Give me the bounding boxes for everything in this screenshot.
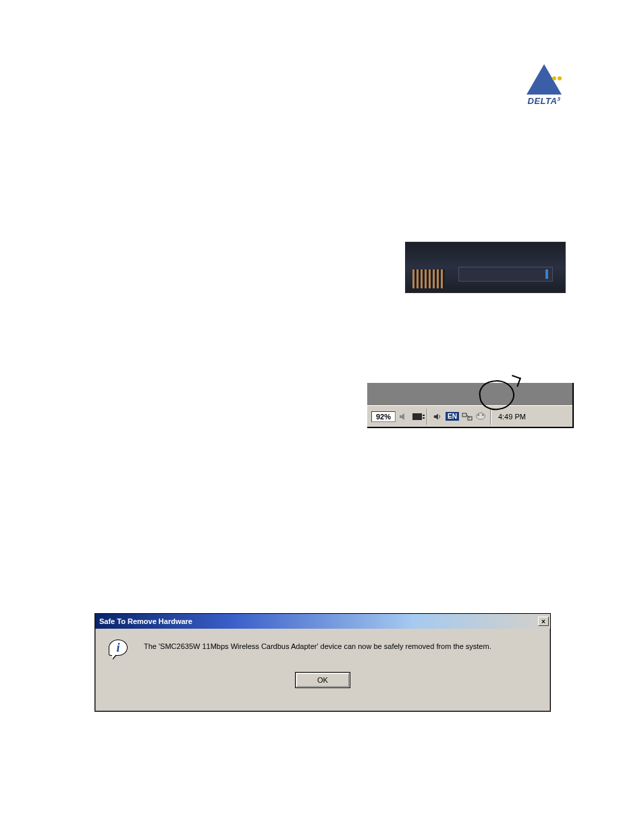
svg-rect-3 (468, 417, 472, 420)
svg-rect-2 (462, 413, 466, 417)
dialog-body: i The 'SMC2635W 11Mbps Wireless Cardbus … (95, 629, 550, 672)
safe-to-remove-dialog: Safe To Remove Hardware × i The 'SMC2635… (95, 613, 551, 712)
svg-point-7 (482, 414, 484, 416)
dialog-buttons: OK (95, 672, 550, 698)
clock[interactable]: 4:49 PM (498, 413, 526, 421)
taskbar-screenshot: 92% EN 4:49 PM (367, 383, 574, 428)
tray-separator (490, 409, 491, 425)
svg-point-5 (477, 413, 485, 419)
dialog-message: The 'SMC2635W 11Mbps Wireless Cardbus Ad… (144, 640, 491, 650)
close-button[interactable]: × (538, 617, 549, 626)
info-icon: i (109, 640, 130, 661)
network-icon[interactable] (462, 411, 473, 422)
logo-dots-icon (551, 71, 562, 83)
power-plug-icon[interactable] (412, 411, 423, 422)
card-led-icon (545, 269, 548, 279)
svg-point-6 (477, 414, 479, 416)
language-indicator[interactable]: EN (446, 412, 459, 421)
logo-text: DELTA3 (517, 96, 571, 106)
battery-indicator[interactable]: 92% (371, 411, 396, 422)
speaker-mute-icon[interactable] (398, 411, 409, 422)
laptop-card-slot (458, 267, 553, 282)
svg-marker-1 (434, 413, 438, 419)
volume-icon[interactable] (432, 411, 443, 422)
laptop-cardbus-photo (405, 242, 566, 293)
laptop-vents-icon (412, 269, 445, 288)
system-tray: 92% EN 4:49 PM (367, 405, 572, 427)
delta-logo: DELTA3 (517, 64, 571, 111)
dialog-titlebar[interactable]: Safe To Remove Hardware × (95, 614, 550, 629)
dialog-title: Safe To Remove Hardware (99, 617, 192, 625)
svg-marker-0 (400, 413, 404, 420)
annotation-tail (509, 375, 521, 387)
tray-separator (427, 409, 428, 425)
messenger-icon[interactable] (475, 411, 486, 422)
ok-button[interactable]: OK (295, 672, 350, 688)
